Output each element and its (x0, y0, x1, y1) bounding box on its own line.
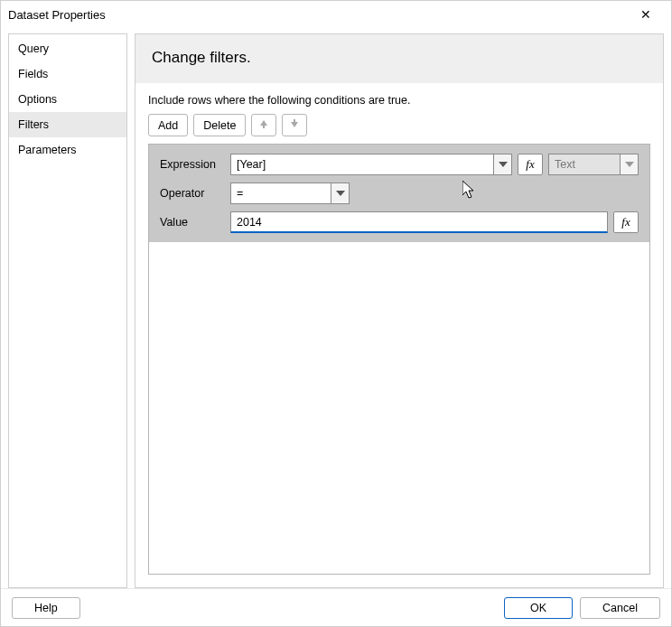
expression-fx-button[interactable]: fx (518, 154, 543, 175)
sidebar-item-label: Fields (18, 68, 48, 80)
title-bar: Dataset Properties ✕ (1, 1, 671, 28)
operator-label: Operator (160, 187, 223, 200)
close-button[interactable]: ✕ (628, 1, 664, 28)
chevron-down-icon[interactable] (331, 183, 349, 203)
sidebar-item-query[interactable]: Query (9, 36, 126, 61)
operator-combo[interactable] (230, 182, 350, 204)
help-button[interactable]: Help (12, 597, 80, 619)
arrow-down-icon (289, 118, 300, 132)
sidebar-item-filters[interactable]: Filters (9, 112, 126, 137)
value-fx-button[interactable]: fx (613, 211, 639, 233)
add-button[interactable]: Add (148, 114, 188, 136)
dialog-footer: Help OK Cancel (1, 588, 671, 626)
sidebar-item-label: Options (18, 93, 57, 106)
ok-button[interactable]: OK (504, 597, 573, 619)
operator-input[interactable] (231, 183, 331, 203)
value-input[interactable] (230, 211, 608, 233)
expression-line: fx (230, 154, 639, 175)
sidebar: Query Fields Options Filters Parameters (8, 33, 127, 588)
content-area: Include rows where the following conditi… (135, 83, 663, 587)
move-up-button[interactable] (251, 114, 276, 136)
chevron-down-icon[interactable] (620, 154, 638, 174)
datatype-input (549, 154, 620, 174)
datatype-combo[interactable] (548, 154, 639, 175)
dialog-body: Query Fields Options Filters Parameters … (1, 28, 671, 588)
expression-label: Expression (160, 158, 223, 171)
filters-empty-area (149, 242, 649, 574)
page-title: Change filters. (135, 34, 663, 83)
sidebar-item-label: Filters (18, 118, 49, 131)
value-line: fx (230, 211, 639, 233)
filters-toolbar: Add Delete (148, 114, 650, 136)
move-down-button[interactable] (282, 114, 307, 136)
fx-icon: fx (526, 157, 534, 172)
sidebar-item-options[interactable]: Options (9, 87, 126, 112)
sidebar-item-label: Parameters (18, 144, 77, 156)
delete-button[interactable]: Delete (193, 114, 246, 136)
filter-row[interactable]: Expression fx (149, 145, 649, 242)
filters-list: Expression fx (148, 144, 650, 575)
sidebar-item-parameters[interactable]: Parameters (9, 137, 126, 163)
sidebar-item-fields[interactable]: Fields (9, 61, 126, 87)
dialog-window: Dataset Properties ✕ Query Fields Option… (0, 0, 672, 627)
fx-icon: fx (621, 215, 630, 229)
value-label: Value (160, 216, 223, 229)
window-title: Dataset Properties (8, 8, 628, 22)
operator-line (230, 182, 639, 204)
cancel-button[interactable]: Cancel (580, 597, 660, 619)
sidebar-item-label: Query (18, 42, 49, 55)
chevron-down-icon[interactable] (493, 154, 511, 174)
instruction-text: Include rows where the following conditi… (148, 94, 650, 107)
expression-combo[interactable] (230, 154, 512, 175)
main-panel: Change filters. Include rows where the f… (135, 33, 664, 588)
arrow-up-icon (258, 118, 269, 132)
expression-input[interactable] (231, 154, 493, 174)
close-icon: ✕ (640, 7, 651, 22)
